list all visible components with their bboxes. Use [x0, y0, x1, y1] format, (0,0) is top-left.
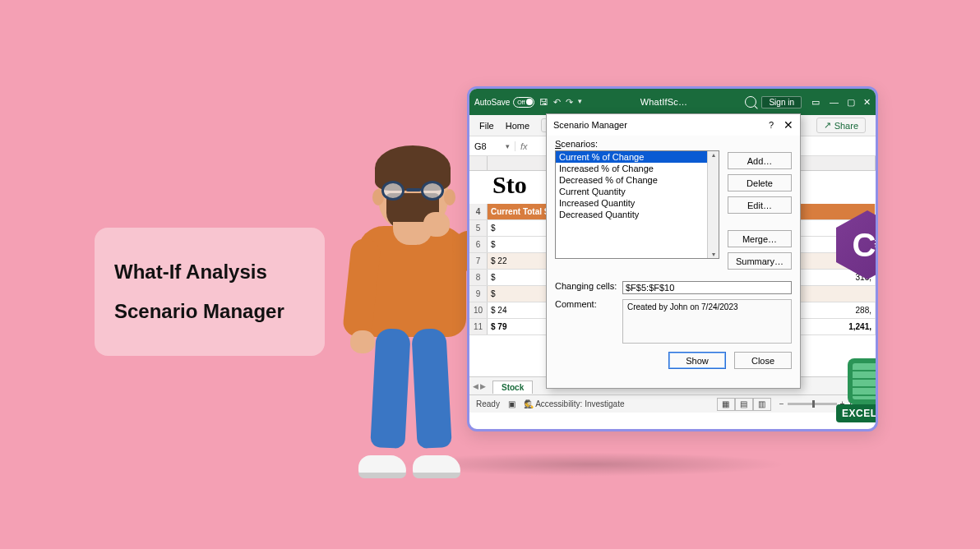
macro-record-icon[interactable]: ▣	[508, 399, 515, 408]
delete-button[interactable]: Delete	[728, 174, 792, 191]
excel-badge: EXCEL	[836, 358, 878, 426]
listbox-scrollbar[interactable]: ▴▾	[707, 151, 719, 258]
spreadsheet-icon	[848, 358, 878, 404]
close-icon[interactable]: ✕	[863, 97, 871, 108]
scenario-item[interactable]: Increased Quantity	[556, 197, 719, 209]
accessibility-status[interactable]: 🕵 Accessibility: Investigate	[524, 399, 625, 408]
excel-badge-label: EXCEL	[836, 404, 878, 422]
sheet-tab[interactable]: Stock	[492, 381, 533, 394]
dialog-close-icon[interactable]: ✕	[784, 118, 793, 131]
view-pagebreak-icon[interactable]: ▥	[753, 398, 771, 411]
title-card: What-If Analysis Scenario Manager	[95, 228, 325, 356]
save-icon[interactable]: 🖫	[539, 97, 548, 108]
show-button[interactable]: Show	[668, 352, 726, 369]
view-normal-icon[interactable]: ▦	[717, 398, 735, 411]
add-button[interactable]: Add…	[728, 152, 792, 169]
character-illustration	[329, 148, 485, 477]
scroll-down-icon: ▾	[712, 251, 715, 258]
zoom-slider[interactable]	[788, 403, 837, 405]
scroll-up-icon: ▴	[712, 151, 715, 159]
chevron-down-icon: ▾	[506, 142, 510, 150]
scenario-item[interactable]: Decreased % of Change	[556, 174, 719, 186]
dialog-titlebar: Scenario Manager ? ✕	[547, 114, 800, 136]
maximize-icon[interactable]: ▢	[847, 97, 855, 108]
autosave-label: AutoSave	[474, 98, 510, 107]
excel-titlebar: AutoSave Off 🖫 ↶ ↷ ▾ WhatIfSc… Sign in ▭…	[469, 89, 876, 115]
row-number[interactable]: 11	[469, 319, 488, 334]
select-all-corner[interactable]	[469, 156, 488, 170]
zoom-out-icon[interactable]: −	[779, 399, 784, 408]
scenarios-label: Scenarios:	[555, 139, 719, 149]
merge-button[interactable]: Merge…	[728, 230, 792, 247]
window-title: WhatIfSc…	[587, 97, 740, 107]
name-box[interactable]: G8▾	[469, 141, 515, 151]
view-pagelayout-icon[interactable]: ▤	[735, 398, 753, 411]
row-number[interactable]: 8	[469, 270, 488, 285]
qat-dropdown-icon[interactable]: ▾	[578, 97, 582, 108]
scenario-item[interactable]: Current Quantity	[556, 186, 719, 197]
scenario-item[interactable]: Increased % of Change	[556, 163, 719, 174]
tab-file[interactable]: File	[479, 121, 494, 131]
autosave-toggle[interactable]: AutoSave Off	[474, 97, 534, 108]
scenario-manager-dialog: Scenario Manager ? ✕ Scenarios: Current …	[546, 113, 801, 389]
tab-home[interactable]: Home	[506, 121, 529, 131]
search-icon[interactable]	[745, 96, 756, 108]
edit-button[interactable]: Edit…	[728, 196, 792, 214]
row-number[interactable]: 9	[469, 286, 488, 302]
summary-button[interactable]: Summary…	[728, 252, 792, 270]
minimize-icon[interactable]: —	[830, 97, 839, 108]
status-bar: Ready ▣ 🕵 Accessibility: Investigate ▦ ▤…	[469, 394, 876, 413]
excel-window: AutoSave Off 🖫 ↶ ↷ ▾ WhatIfSc… Sign in ▭…	[467, 86, 878, 431]
row-number[interactable]: 6	[469, 237, 488, 252]
undo-icon[interactable]: ↶	[553, 97, 561, 108]
comment-box: Created by John on 7/24/2023	[622, 299, 792, 344]
share-button[interactable]: ↗ Share	[816, 118, 866, 133]
row-number[interactable]: 7	[469, 253, 488, 269]
changing-cells-input[interactable]	[622, 281, 792, 294]
title-line-2: Scenario Manager	[114, 300, 284, 322]
scenario-item[interactable]: Decreased Quantity	[556, 209, 719, 220]
scenario-item[interactable]: Current % of Change	[556, 151, 719, 163]
close-button[interactable]: Close	[734, 352, 792, 369]
help-icon[interactable]: ?	[769, 120, 774, 130]
changing-cells-label: Changing cells:	[555, 281, 617, 291]
ribbon-display-icon[interactable]: ▭	[811, 97, 820, 108]
row-number[interactable]: 5	[469, 220, 488, 236]
scenarios-listbox[interactable]: Current % of ChangeIncreased % of Change…	[555, 150, 719, 259]
quick-access-toolbar: 🖫 ↶ ↷ ▾	[539, 97, 582, 108]
signin-button[interactable]: Sign in	[761, 96, 802, 108]
title-line-1: What-If Analysis	[114, 261, 267, 283]
view-buttons: ▦ ▤ ▥	[717, 398, 771, 411]
fx-icon[interactable]: fx	[515, 141, 533, 151]
redo-icon[interactable]: ↷	[566, 97, 573, 108]
share-icon: ↗	[824, 120, 831, 131]
row-number[interactable]: 10	[469, 302, 488, 318]
row-number[interactable]: 4	[469, 204, 488, 219]
dialog-title: Scenario Manager	[553, 120, 769, 130]
toggle-off-icon[interactable]: Off	[513, 97, 534, 108]
sheet-nav-prev-icon[interactable]: ◀	[473, 382, 478, 390]
sheet-title-fragment: Sto	[492, 171, 527, 199]
status-ready: Ready	[476, 399, 500, 408]
sheet-nav-next-icon[interactable]: ▶	[480, 382, 486, 390]
comment-label: Comment:	[555, 299, 617, 309]
